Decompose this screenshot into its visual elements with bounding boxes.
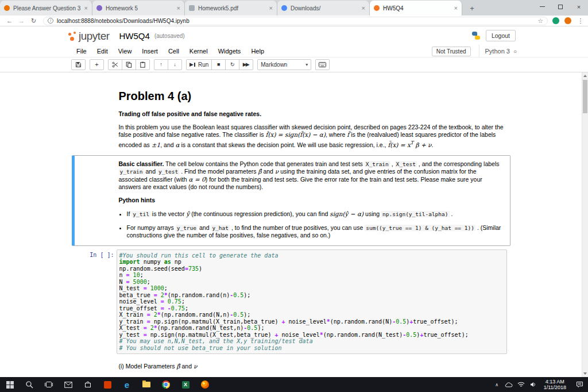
taskbar-app-store[interactable] (78, 377, 98, 392)
pdf-favicon-icon (189, 5, 195, 11)
tray-onedrive[interactable] (503, 377, 515, 392)
kernel-name: Python 3 (485, 48, 510, 55)
window-maximize-button[interactable] (551, 0, 570, 13)
tab-title: Please Answer Question 3 | Cheg (13, 5, 81, 11)
maximize-icon (558, 5, 563, 9)
new-tab-button[interactable]: + (465, 3, 479, 13)
menu-kernel[interactable]: Kernel (184, 48, 213, 55)
tab-downloads[interactable]: Downloads/ × (277, 1, 370, 16)
url-text: localhost:8888/notebooks/Downloads/HW5Q4… (57, 18, 534, 24)
cell-type-dropdown[interactable]: Markdown ▾ (257, 59, 311, 70)
edge-icon: e (125, 381, 129, 389)
extension-icon[interactable] (552, 17, 559, 24)
keyboard-icon (319, 62, 326, 67)
jupyter-header: jupyter HW5Q4 (autosaved) Logout (0, 26, 588, 45)
task-view-button[interactable] (39, 377, 59, 392)
scrollbar-down-arrow[interactable] (582, 370, 588, 377)
copy-cell-button[interactable] (122, 59, 136, 70)
save-button[interactable] (71, 59, 86, 70)
save-icon (75, 62, 82, 68)
url-bar[interactable]: i localhost:8888/notebooks/Downloads/HW5… (43, 17, 548, 25)
instructions-cell-selected[interactable]: Basic classifier. The cell below contain… (72, 155, 510, 246)
tab-close-icon[interactable]: × (454, 5, 458, 11)
tray-network[interactable] (515, 377, 527, 392)
tray-expand-button[interactable]: ∧ (491, 377, 503, 392)
taskbar-app-chrome[interactable] (156, 377, 176, 392)
browser-menu-icon[interactable]: ⋮ (577, 17, 585, 25)
speaker-icon (530, 382, 536, 387)
file-explorer-icon (142, 382, 150, 387)
taskbar-app-office[interactable] (98, 377, 117, 392)
forward-button[interactable]: → (16, 17, 28, 24)
menu-widgets[interactable]: Widgets (213, 48, 246, 55)
system-tray: ∧ 4:13 AM 1/11/2018 (491, 377, 588, 392)
problem-statement-cell[interactable]: Problem 4 (a) Trading off false positive… (72, 79, 510, 155)
taskbar-app-excel[interactable]: X (176, 377, 195, 392)
tab-list: Please Answer Question 3 | Cheg × Homewo… (0, 0, 479, 16)
not-trusted-badge[interactable]: Not Trusted (432, 47, 471, 56)
run-button[interactable]: ▶ Run (186, 59, 212, 70)
notebook-title[interactable]: HW5Q4 (119, 31, 150, 41)
search-icon (25, 381, 33, 389)
tab-close-icon[interactable]: × (84, 5, 88, 11)
window-close-button[interactable]: × (570, 0, 588, 13)
page-scrollbar[interactable] (582, 72, 588, 377)
data-generation-code-cell[interactable]: In [ ]: #You should run this cell to gen… (72, 246, 510, 358)
interrupt-kernel-button[interactable]: ■ (211, 59, 226, 70)
site-info-icon[interactable]: i (48, 18, 53, 24)
menu-view[interactable]: View (113, 48, 137, 55)
hint-item-sign: If y_til is the vector ŷ (the continuous… (127, 210, 505, 218)
move-cell-down-button[interactable]: ↓ (168, 59, 182, 70)
menu-help[interactable]: Help (246, 48, 269, 55)
jupyter-page: jupyter HW5Q4 (autosaved) Logout File Ed… (0, 26, 588, 377)
bookmark-star-icon[interactable]: ☆ (537, 17, 543, 25)
tab-title: HW5Q4 (383, 5, 451, 11)
back-button[interactable]: ← (3, 17, 16, 24)
window-minimize-button[interactable] (533, 0, 551, 13)
restart-run-all-button[interactable]: ▶▶ (239, 59, 253, 70)
profile-avatar[interactable] (564, 17, 571, 24)
reload-button[interactable]: ↻ (28, 17, 40, 25)
cut-cell-button[interactable] (108, 59, 122, 70)
paste-cell-button[interactable] (136, 59, 150, 70)
tab-close-icon[interactable]: × (362, 5, 365, 11)
stop-icon: ■ (217, 62, 220, 67)
taskbar-clock[interactable]: 4:13 AM 1/11/2018 (539, 379, 571, 390)
taskbar-app-firefox[interactable] (195, 377, 215, 392)
tab-hw5q4-active[interactable]: HW5Q4 × (370, 1, 462, 16)
hint-item-sum: For numpy arrays y_true and y_hat , to f… (127, 224, 505, 240)
markdown-body: Problem 4 (a) Trading off false positive… (117, 83, 507, 152)
menu-file[interactable]: File (71, 48, 92, 55)
cloud-icon (505, 382, 513, 387)
taskbar-app-edge[interactable]: e (117, 377, 137, 392)
taskbar-app-mail[interactable] (59, 377, 78, 392)
part-i-label-cell[interactable]: (i) Model Parameters β̂ and ν (72, 358, 510, 377)
move-cell-up-button[interactable]: ↑ (154, 59, 168, 70)
jupyter-logo-text: jupyter (79, 30, 110, 41)
clock-date: 1/11/2018 (544, 385, 566, 390)
start-button[interactable] (0, 377, 20, 392)
taskbar-app-file-explorer[interactable] (137, 377, 156, 392)
action-center-button[interactable] (571, 377, 588, 392)
menu-insert[interactable]: Insert (137, 48, 163, 55)
notebook-scroll-area[interactable]: Problem 4 (a) Trading off false positive… (0, 72, 582, 377)
logout-button[interactable]: Logout (486, 30, 516, 41)
scrollbar-up-arrow[interactable] (582, 72, 588, 79)
tab-close-icon[interactable]: × (177, 5, 180, 11)
tab-close-icon[interactable]: × (269, 5, 273, 11)
menu-cell[interactable]: Cell (163, 48, 184, 55)
menu-edit[interactable]: Edit (92, 48, 113, 55)
jupyter-favicon-icon (374, 5, 380, 11)
restart-kernel-button[interactable]: ↻ (225, 59, 239, 70)
tab-homework5-pdf[interactable]: Homework5.pdf × (185, 1, 277, 16)
code-editor[interactable]: #You should run this cell to generate th… (117, 249, 507, 355)
command-palette-button[interactable] (315, 59, 330, 70)
wifi-icon (517, 382, 525, 387)
taskbar-search-button[interactable] (20, 377, 39, 392)
insert-cell-below-button[interactable]: + (90, 59, 104, 70)
tray-volume[interactable] (527, 377, 539, 392)
scrollbar-thumb[interactable] (583, 80, 587, 113)
tab-homework5[interactable]: Homework 5 × (92, 1, 185, 16)
tab-chegg[interactable]: Please Answer Question 3 | Cheg × (0, 1, 92, 16)
jupyter-logo[interactable]: jupyter (68, 30, 110, 41)
